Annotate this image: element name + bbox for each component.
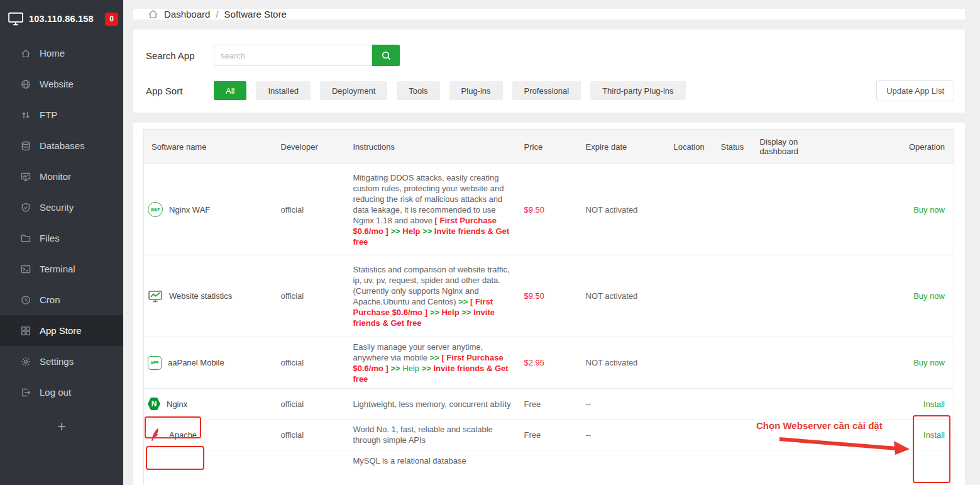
sidebar-item-ftp[interactable]: FTP: [0, 99, 123, 130]
instruction-link[interactable]: Help: [441, 308, 461, 317]
app-name: Apache: [169, 430, 197, 440]
sort-tab-tools[interactable]: Tools: [397, 81, 439, 100]
table-header-row: Software nameDeveloperInstructionsPriceE…: [144, 130, 954, 164]
location-cell: [670, 450, 717, 485]
status-cell: [717, 420, 756, 450]
install-link[interactable]: Install: [923, 430, 945, 440]
instruction-text: MySQL is a relational database: [353, 456, 466, 465]
column-header-operation: Operation: [825, 130, 954, 164]
buy-now-link[interactable]: Buy now: [913, 291, 945, 301]
expire-date-cell: NOT activated: [582, 164, 670, 255]
sort-tab-all[interactable]: All: [214, 81, 246, 100]
database-icon: [21, 141, 31, 151]
instruction-text: Lightweight, less memory, concurrent abi…: [353, 399, 511, 409]
operation-cell: Buy now: [825, 164, 954, 255]
sort-tab-deployment[interactable]: Deployment: [320, 81, 387, 100]
notification-badge[interactable]: 0: [105, 13, 118, 26]
breadcrumb-dashboard[interactable]: Dashboard: [164, 9, 210, 20]
sidebar-item-label: FTP: [40, 109, 57, 120]
search-row: Search App: [146, 45, 954, 66]
waf-icon: WAF: [148, 202, 163, 217]
instruction-link[interactable]: >>: [461, 308, 473, 317]
sidebar-item-databases[interactable]: Databases: [0, 130, 123, 161]
status-cell: [717, 164, 756, 255]
sort-tab-professional[interactable]: Professional: [512, 81, 581, 100]
instruction-link[interactable]: >>: [430, 353, 442, 362]
app-name: Nginx: [167, 399, 187, 409]
column-header-software-name: Software name: [144, 130, 277, 164]
price: Free: [524, 399, 541, 409]
column-header-display-on-dashboard: Display on dashboard: [756, 130, 825, 164]
software-name-cell: WAFNginx WAF: [144, 164, 277, 255]
developer-cell: official: [277, 420, 350, 450]
sidebar-item-label: Log out: [40, 387, 71, 398]
sidebar-add-button[interactable]: +: [0, 418, 123, 435]
server-ip: 103.110.86.158: [29, 14, 94, 24]
app-sort-label: App Sort: [146, 86, 214, 96]
app-icon: APP: [148, 356, 162, 370]
update-app-list-button[interactable]: Update App List: [876, 80, 954, 101]
sidebar-item-settings[interactable]: Settings: [0, 346, 123, 377]
main-content: Dashboard / Software Store Search App Ap…: [123, 0, 980, 485]
software-name-cell: APPaaPanel Mobile: [144, 337, 277, 389]
location-cell: [670, 337, 717, 389]
clock-icon: [21, 295, 31, 305]
sidebar-item-label: Home: [40, 48, 65, 59]
buy-now-link[interactable]: Buy now: [913, 205, 945, 215]
app-root: 103.110.86.158 0 HomeWebsiteFTPDatabases…: [0, 0, 980, 485]
sidebar-item-files[interactable]: Files: [0, 223, 123, 254]
instruction-link[interactable]: >>: [390, 364, 402, 373]
sidebar-item-home[interactable]: Home: [0, 38, 123, 69]
status-cell: [717, 450, 756, 485]
sidebar-item-cron[interactable]: Cron: [0, 284, 123, 315]
sidebar-item-website[interactable]: Website: [0, 69, 123, 99]
server-info[interactable]: 103.110.86.158 0: [0, 0, 123, 38]
shield-icon: [21, 203, 31, 213]
sidebar-item-label: Monitor: [40, 171, 71, 182]
price-cell: Free: [520, 420, 582, 450]
developer-cell: official: [277, 164, 350, 255]
status-cell: [717, 389, 756, 420]
sidebar-item-monitor[interactable]: Monitor: [0, 161, 123, 192]
location-cell: [670, 164, 717, 255]
buy-now-link[interactable]: Buy now: [913, 358, 945, 367]
sidebar-item-terminal[interactable]: Terminal: [0, 254, 123, 284]
app-row-website-statistics: Website statisticsofficialStatistics and…: [144, 255, 954, 337]
app-row-nginx-waf: WAFNginx WAFofficialMitigating DDOS atta…: [144, 164, 954, 255]
instruction-link[interactable]: >>: [422, 226, 434, 236]
instruction-link[interactable]: >>: [430, 308, 442, 317]
sidebar-item-security[interactable]: Security: [0, 192, 123, 223]
sort-tabs: AllInstalledDeploymentToolsPlug-insProfe…: [214, 81, 695, 100]
filter-panel: Search App App Sort AllInstalledDeployme…: [133, 30, 965, 113]
instruction-link[interactable]: >>: [458, 297, 470, 306]
display-on-dashboard-cell: [756, 450, 825, 485]
column-header-developer: Developer: [277, 130, 350, 164]
app-row-aapanel-mobile: APPaaPanel MobileofficialEasily manage y…: [144, 337, 954, 389]
search-input[interactable]: [214, 45, 372, 66]
sort-tab-third-party-plug-ins[interactable]: Third-party Plug-ins: [590, 81, 685, 100]
instruction-link[interactable]: Help: [402, 226, 422, 236]
operation-cell: Buy now: [825, 255, 954, 337]
display-on-dashboard-cell: [756, 164, 825, 255]
sort-tab-installed[interactable]: Installed: [256, 81, 310, 100]
operation-cell: Buy now: [825, 337, 954, 389]
stats-icon: [148, 289, 163, 304]
instructions-cell: Mitigating DDOS attacks, easily creating…: [350, 164, 520, 255]
instruction-link[interactable]: Help: [402, 364, 421, 373]
instruction-link[interactable]: >>: [422, 364, 434, 373]
expire-date-cell: --: [582, 420, 670, 450]
install-link[interactable]: Install: [923, 399, 945, 409]
app-row-partial: MySQL is a relational database: [144, 450, 954, 485]
developer-cell: official: [277, 337, 350, 389]
sort-tab-plug-ins[interactable]: Plug-ins: [449, 81, 503, 100]
instructions-cell: Lightweight, less memory, concurrent abi…: [350, 389, 520, 420]
sidebar-item-logout[interactable]: Log out: [0, 377, 123, 408]
instruction-link[interactable]: >>: [390, 226, 402, 236]
sidebar-item-label: Files: [40, 233, 60, 243]
search-button[interactable]: [372, 45, 400, 66]
sidebar-item-label: Terminal: [40, 264, 75, 274]
software-name-cell: [144, 450, 277, 485]
sidebar-item-app-store[interactable]: App Store: [0, 315, 123, 346]
breadcrumb-separator: /: [216, 9, 218, 20]
breadcrumb-software-store: Software Store: [224, 9, 287, 20]
